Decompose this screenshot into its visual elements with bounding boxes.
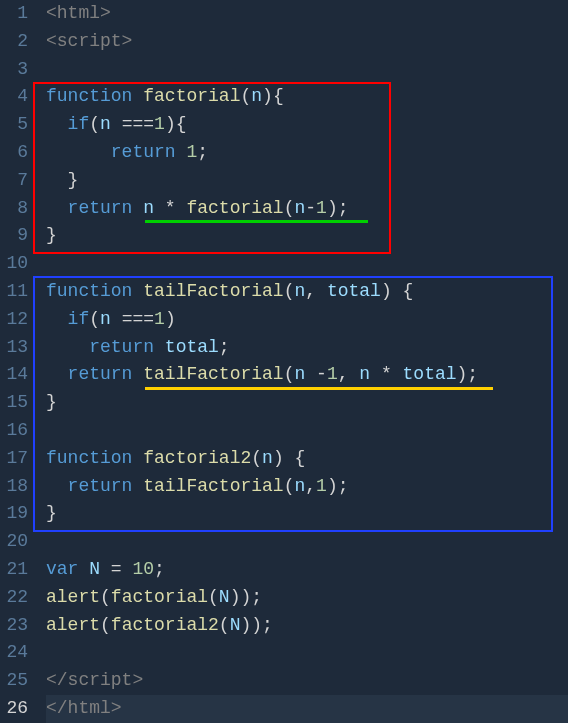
line-number: 4 <box>4 83 28 111</box>
code-line: alert(factorial(N)); <box>46 584 568 612</box>
line-number: 8 <box>4 195 28 223</box>
code-line: } <box>46 389 568 417</box>
code-line: return 1; <box>46 139 568 167</box>
code-line <box>46 56 568 84</box>
line-number: 23 <box>4 612 28 640</box>
code-line: </script> <box>46 667 568 695</box>
line-number: 6 <box>4 139 28 167</box>
code-line: return tailFactorial(n -1, n * total); <box>46 361 568 389</box>
line-number: 26 <box>4 695 28 723</box>
line-number: 24 <box>4 639 28 667</box>
line-number: 15 <box>4 389 28 417</box>
line-number: 19 <box>4 500 28 528</box>
code-line: } <box>46 167 568 195</box>
code-line <box>46 639 568 667</box>
line-number: 14 <box>4 361 28 389</box>
code-line: function factorial(n){ <box>46 83 568 111</box>
code-line: </html> <box>46 695 568 723</box>
code-line: if(n ===1){ <box>46 111 568 139</box>
line-number: 22 <box>4 584 28 612</box>
code-line: <html> <box>46 0 568 28</box>
code-line: return n * factorial(n-1); <box>46 195 568 223</box>
code-line: } <box>46 500 568 528</box>
code-line <box>46 528 568 556</box>
line-number: 20 <box>4 528 28 556</box>
line-number: 13 <box>4 334 28 362</box>
line-number: 7 <box>4 167 28 195</box>
line-number: 25 <box>4 667 28 695</box>
code-line: <script> <box>46 28 568 56</box>
line-number: 2 <box>4 28 28 56</box>
code-line: function tailFactorial(n, total) { <box>46 278 568 306</box>
code-line: if(n ===1) <box>46 306 568 334</box>
code-line: return total; <box>46 334 568 362</box>
code-line: alert(factorial2(N)); <box>46 612 568 640</box>
line-number: 5 <box>4 111 28 139</box>
code-area[interactable]: <html> <script> function factorial(n){ i… <box>36 0 568 723</box>
code-line: var N = 10; <box>46 556 568 584</box>
code-editor: 1 2 3 4 5 6 7 8 9 10 11 12 13 14 15 16 1… <box>0 0 568 723</box>
line-number: 3 <box>4 56 28 84</box>
code-line: return tailFactorial(n,1); <box>46 473 568 501</box>
line-number: 18 <box>4 473 28 501</box>
code-line <box>46 250 568 278</box>
line-number: 9 <box>4 222 28 250</box>
line-number: 16 <box>4 417 28 445</box>
code-line <box>46 417 568 445</box>
line-number: 11 <box>4 278 28 306</box>
code-line: } <box>46 222 568 250</box>
line-number: 21 <box>4 556 28 584</box>
line-number: 17 <box>4 445 28 473</box>
line-number: 1 <box>4 0 28 28</box>
line-number-gutter: 1 2 3 4 5 6 7 8 9 10 11 12 13 14 15 16 1… <box>0 0 36 723</box>
line-number: 10 <box>4 250 28 278</box>
code-line: function factorial2(n) { <box>46 445 568 473</box>
line-number: 12 <box>4 306 28 334</box>
